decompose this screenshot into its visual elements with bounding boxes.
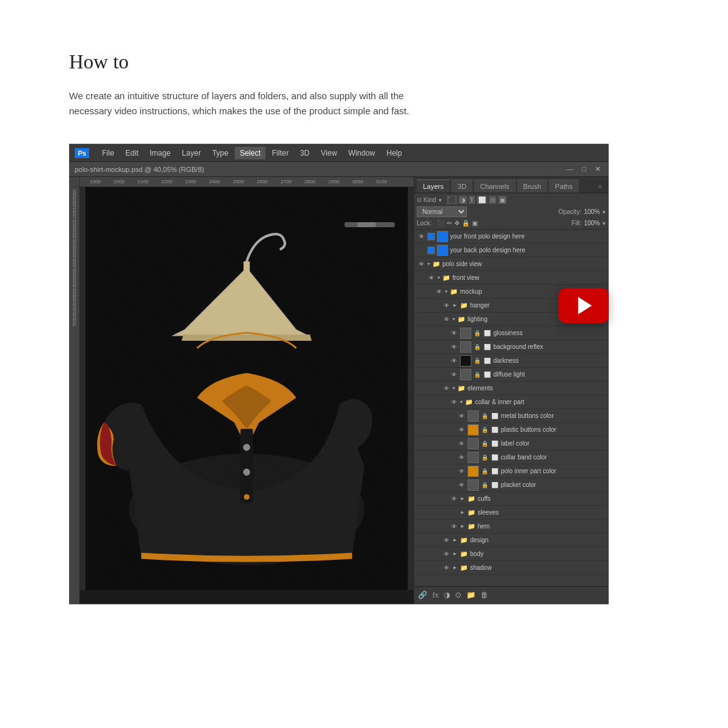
link-icon[interactable]: 🔗 — [418, 591, 427, 600]
tab-brush[interactable]: Brush — [517, 179, 548, 193]
delete-icon[interactable]: 🗑 — [481, 591, 488, 600]
eye-icon[interactable]: 👁 — [449, 329, 458, 338]
kind-icon-adjust[interactable]: ◑ — [459, 196, 467, 204]
layer-item[interactable]: 👁 🔒 ⬜ metal buttons color — [414, 409, 608, 423]
layer-item[interactable]: 👁 your front polo design here — [414, 230, 608, 244]
fill-arrow[interactable]: ▾ — [602, 220, 606, 227]
mask-icon[interactable]: ⊙ — [455, 591, 461, 600]
panel-menu-icon[interactable]: ≡ — [594, 180, 606, 193]
expand-icon[interactable]: ▾ — [452, 385, 455, 391]
eye-icon[interactable]: 👁 — [449, 343, 458, 351]
expand-icon[interactable]: ▾ — [445, 289, 447, 294]
kind-icon-type[interactable]: T — [469, 196, 475, 204]
tab-layers[interactable]: Layers — [417, 179, 450, 193]
menu-edit[interactable]: Edit — [120, 147, 144, 159]
adjustment-icon[interactable]: ◑ — [444, 591, 450, 600]
expand-icon[interactable]: ► — [452, 537, 458, 543]
layer-item[interactable]: 👁 🔒 ⬜ placket color — [414, 478, 608, 492]
eye-icon[interactable] — [449, 508, 458, 517]
layer-item[interactable]: 👁 ▾ 📁 polo side view — [414, 257, 608, 271]
menu-image[interactable]: Image — [145, 147, 176, 159]
menu-file[interactable]: File — [97, 147, 119, 159]
menu-select[interactable]: Select — [235, 147, 265, 159]
expand-icon[interactable]: ► — [460, 496, 465, 501]
blend-mode-select[interactable]: Normal Multiply Screen — [417, 206, 467, 217]
eye-icon[interactable]: 👁 — [457, 453, 466, 462]
tab-paths[interactable]: Paths — [549, 179, 579, 193]
kind-icon-smart[interactable]: ⊙ — [489, 196, 496, 204]
layer-item[interactable]: 👁 ▾ 📁 elements — [414, 382, 608, 395]
layer-item[interactable]: 👁 ▾ 📁 collar & inner part — [414, 395, 608, 409]
kind-icon-pixel[interactable]: ⬛ — [447, 196, 457, 204]
youtube-play-button[interactable] — [559, 288, 609, 323]
menu-type[interactable]: Type — [207, 147, 233, 159]
eye-icon[interactable]: 👁 — [457, 439, 466, 448]
fx-icon[interactable]: fx — [432, 591, 439, 600]
menu-filter[interactable]: Filter — [267, 147, 294, 159]
eye-icon[interactable]: 👁 — [442, 550, 451, 559]
eye-icon[interactable]: 👁 — [427, 274, 436, 282]
eye-icon[interactable]: 👁 — [457, 426, 466, 434]
eye-icon[interactable] — [417, 246, 426, 255]
opacity-arrow[interactable]: ▾ — [602, 209, 606, 215]
group-icon[interactable]: 📁 — [466, 591, 476, 600]
layer-item[interactable]: 👁 ► 📁 design — [414, 533, 608, 547]
layer-item[interactable]: 👁 ► 📁 shadow — [414, 561, 608, 575]
layer-item[interactable]: 👁 🔒 ⬜ diffuse light — [414, 368, 608, 382]
eye-icon[interactable]: 👁 — [449, 522, 458, 531]
menu-help[interactable]: Help — [382, 147, 407, 159]
layer-item[interactable]: 👁 🔒 ⬜ label color — [414, 437, 608, 451]
lock-icon-paint[interactable]: ✏ — [447, 220, 452, 227]
eye-icon[interactable]: 👁 — [457, 412, 466, 420]
eye-icon[interactable]: 👁 — [449, 495, 458, 503]
eye-icon[interactable]: 👁 — [442, 384, 451, 393]
layer-item[interactable]: 👁 ► 📁 body — [414, 547, 608, 561]
eye-icon[interactable]: 👁 — [442, 536, 451, 545]
tab-channels[interactable]: Channels — [474, 179, 515, 193]
layer-item[interactable]: 👁 🔒 ⬜ glossiness — [414, 326, 608, 340]
eye-icon[interactable]: 👁 — [442, 315, 451, 324]
eye-icon[interactable]: 👁 — [457, 467, 466, 476]
layer-list[interactable]: 👁 your front polo design here your back … — [414, 230, 608, 586]
expand-icon[interactable]: ► — [452, 302, 458, 308]
eye-icon[interactable]: 👁 — [457, 481, 466, 490]
layer-item[interactable]: 👁 🔒 ⬜ collar band color — [414, 451, 608, 464]
eye-icon[interactable]: 👁 — [449, 370, 458, 379]
lock-icon-trans[interactable]: ⬛ — [437, 220, 444, 227]
eye-icon[interactable]: 👁 — [449, 356, 458, 365]
layer-item[interactable]: 👁 🔒 ⬜ darkness — [414, 354, 608, 368]
layer-item[interactable]: 👁 🔒 ⬜ background reflex — [414, 340, 608, 354]
expand-icon[interactable]: ► — [460, 510, 465, 515]
eye-icon[interactable]: 👁 — [417, 260, 426, 269]
layer-item[interactable]: 👁 ► 📁 hem — [414, 520, 608, 533]
menu-layer[interactable]: Layer — [177, 147, 206, 159]
eye-icon[interactable]: 👁 — [442, 564, 451, 572]
menu-view[interactable]: View — [316, 147, 342, 159]
layer-item[interactable]: 👁 ► 📁 cuffs — [414, 492, 608, 506]
expand-icon[interactable]: ▾ — [437, 275, 440, 281]
eye-icon[interactable]: 👁 — [442, 301, 451, 310]
layer-item[interactable]: ► 📁 sleeves — [414, 506, 608, 520]
expand-icon[interactable]: ► — [452, 551, 458, 557]
tab-3d[interactable]: 3D — [451, 179, 473, 193]
eye-icon[interactable]: 👁 — [449, 398, 458, 407]
layer-item[interactable]: 👁 ▾ 📁 front view — [414, 271, 608, 285]
lock-icon-pos[interactable]: ✥ — [454, 220, 459, 227]
layer-item[interactable]: 👁 🔒 ⬜ polo inner part color — [414, 464, 608, 478]
layer-item[interactable]: your back polo design here — [414, 244, 608, 257]
lock-icon-artboard[interactable]: 🔒 — [462, 220, 469, 227]
eye-icon[interactable]: 👁 — [434, 287, 443, 296]
minimize-button[interactable]: — — [564, 165, 575, 173]
close-button[interactable]: ✕ — [592, 165, 603, 173]
menu-3d[interactable]: 3D — [295, 147, 314, 159]
canvas-image[interactable] — [80, 187, 414, 217]
expand-icon[interactable]: ► — [452, 565, 458, 570]
layer-item[interactable]: 👁 🔒 ⬜ plastic buttons color — [414, 423, 608, 437]
kind-icon-more[interactable]: ▣ — [498, 196, 506, 204]
expand-icon[interactable]: ▾ — [460, 399, 463, 405]
kind-icon-shape[interactable]: ⬜ — [477, 196, 487, 204]
eye-icon[interactable]: 👁 — [417, 232, 426, 241]
menu-window[interactable]: Window — [343, 147, 380, 159]
expand-icon[interactable]: ► — [460, 523, 465, 529]
expand-icon[interactable]: ▾ — [427, 261, 430, 267]
